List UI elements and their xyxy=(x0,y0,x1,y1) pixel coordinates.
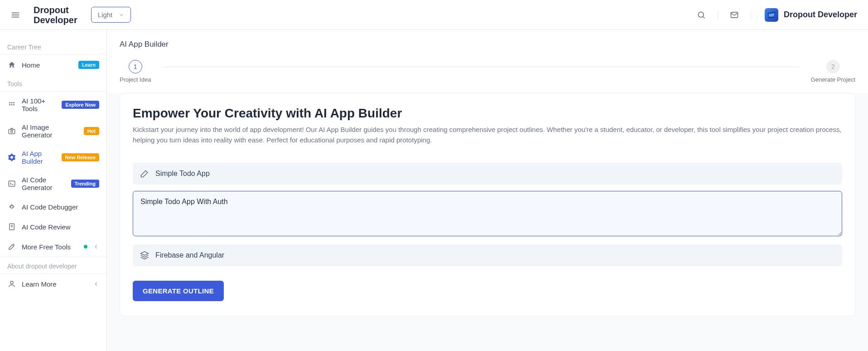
theme-selector[interactable]: Light xyxy=(91,7,131,23)
sidebar-item-ai-100-tools[interactable]: AI 100+ Tools Explore Now xyxy=(0,92,106,118)
brand-line-2: Developer xyxy=(34,15,77,25)
svg-point-18 xyxy=(10,205,13,208)
sidebar-item-ai-code-debugger[interactable]: AI Code Debugger xyxy=(0,197,106,217)
nav-label: AI App Builder xyxy=(22,150,56,165)
step-label: Generate Project xyxy=(811,76,855,83)
sidebar-item-ai-app-builder[interactable]: AI App Builder New Release xyxy=(0,144,106,171)
hero-title: Empower Your Creativity with AI App Buil… xyxy=(133,106,842,121)
project-name-input[interactable]: Simple Todo App xyxy=(133,163,842,185)
chevron-left-icon xyxy=(93,281,99,287)
badge-explore: Explore Now xyxy=(62,101,99,109)
nav-label: More Free Tools xyxy=(22,243,78,251)
bug-icon xyxy=(7,202,16,211)
user-name: Dropout Developer xyxy=(784,10,857,20)
svg-point-8 xyxy=(9,102,10,103)
main-content: AI App Builder 1 Project Idea 2 Generate… xyxy=(107,30,868,351)
edit-icon xyxy=(140,169,149,178)
project-name-value: Simple Todo App xyxy=(155,170,210,178)
terminal-icon xyxy=(7,179,16,188)
step-generate-project[interactable]: 2 Generate Project xyxy=(811,60,855,83)
svg-point-3 xyxy=(698,12,704,17)
nav-label: Learn More xyxy=(22,280,87,288)
nav-label: AI Code Review xyxy=(22,223,99,231)
tech-stack-value: Firebase and Angular xyxy=(155,251,224,259)
svg-marker-28 xyxy=(141,251,149,255)
mail-icon xyxy=(730,10,739,20)
step-number: 1 xyxy=(129,60,142,73)
nav-label: AI 100+ Tools xyxy=(22,97,56,112)
mail-button[interactable] xyxy=(726,7,743,23)
menu-toggle-button[interactable] xyxy=(6,6,24,24)
nav-label: AI Code Generator xyxy=(22,176,66,191)
chevron-down-icon xyxy=(119,12,124,18)
sidebar-item-home[interactable]: Home Learn xyxy=(0,55,106,75)
gear-icon xyxy=(7,153,16,162)
camera-icon xyxy=(7,127,16,136)
search-icon xyxy=(697,10,706,20)
sidebar-item-ai-code-generator[interactable]: AI Code Generator Trending xyxy=(0,171,106,197)
divider xyxy=(718,10,718,20)
sidebar-section-tools: Tools xyxy=(0,75,106,91)
svg-point-12 xyxy=(11,104,13,106)
step-connector xyxy=(162,67,800,67)
svg-point-11 xyxy=(9,104,10,106)
user-menu[interactable]: Dropout Developer xyxy=(765,8,857,22)
document-icon xyxy=(7,222,16,231)
step-label: Project Idea xyxy=(120,76,151,83)
brand-logo[interactable]: Dropout Developer xyxy=(34,5,77,25)
generate-outline-button[interactable]: GENERATE OUTLINE xyxy=(133,281,224,301)
project-description-input[interactable] xyxy=(133,191,842,236)
svg-line-22 xyxy=(10,205,11,206)
home-icon xyxy=(7,60,16,69)
svg-rect-16 xyxy=(9,181,15,186)
divider xyxy=(751,10,751,20)
svg-point-27 xyxy=(10,281,13,284)
layers-icon xyxy=(140,251,149,260)
nav-label: Home xyxy=(22,61,73,69)
tech-stack-input[interactable]: Firebase and Angular xyxy=(133,244,842,266)
sidebar-item-more-free-tools[interactable]: More Free Tools xyxy=(0,237,106,257)
grid-icon xyxy=(7,100,16,109)
sidebar-item-ai-image-generator[interactable]: AI Image Generator Hot xyxy=(0,118,106,144)
badge-trending: Trending xyxy=(71,180,99,188)
svg-point-13 xyxy=(13,104,14,106)
avatar xyxy=(765,8,778,22)
search-button[interactable] xyxy=(693,7,709,23)
step-project-idea[interactable]: 1 Project Idea xyxy=(120,60,151,83)
brand-line-1: Dropout xyxy=(34,5,77,15)
form-card: Empower Your Creativity with AI App Buil… xyxy=(120,93,855,316)
hamburger-icon xyxy=(10,10,20,20)
chevron-left-icon xyxy=(93,244,99,250)
sidebar-section-about: About dropout developer xyxy=(0,257,106,273)
svg-line-4 xyxy=(703,16,705,18)
svg-line-23 xyxy=(13,205,14,206)
nav-label: AI Image Generator xyxy=(22,123,78,139)
hero-subtitle: Kickstart your journey into the world of… xyxy=(133,124,842,146)
tools-icon xyxy=(7,242,16,251)
stepper: 1 Project Idea 2 Generate Project xyxy=(107,57,868,93)
sidebar-item-ai-code-review[interactable]: AI Code Review xyxy=(0,217,106,237)
step-number: 2 xyxy=(826,60,840,73)
badge-learn: Learn xyxy=(78,61,99,69)
page-title: AI App Builder xyxy=(107,30,868,57)
badge-new-release: New Release xyxy=(62,153,99,161)
badge-hot: Hot xyxy=(84,127,99,135)
svg-point-10 xyxy=(13,102,14,103)
sidebar: Career Tree Home Learn Tools AI 100+ Too… xyxy=(0,30,107,351)
svg-point-15 xyxy=(11,131,13,133)
app-header: Dropout Developer Light Dropout Develope… xyxy=(0,0,868,30)
sidebar-item-learn-more[interactable]: Learn More xyxy=(0,274,106,294)
theme-label: Light xyxy=(98,11,113,19)
sidebar-section-career: Career Tree xyxy=(0,38,106,54)
user-icon xyxy=(7,279,16,288)
status-dot xyxy=(84,245,87,249)
header-actions: Dropout Developer xyxy=(693,7,857,23)
svg-point-9 xyxy=(11,102,13,103)
nav-label: AI Code Debugger xyxy=(22,203,99,211)
svg-rect-14 xyxy=(9,129,15,134)
